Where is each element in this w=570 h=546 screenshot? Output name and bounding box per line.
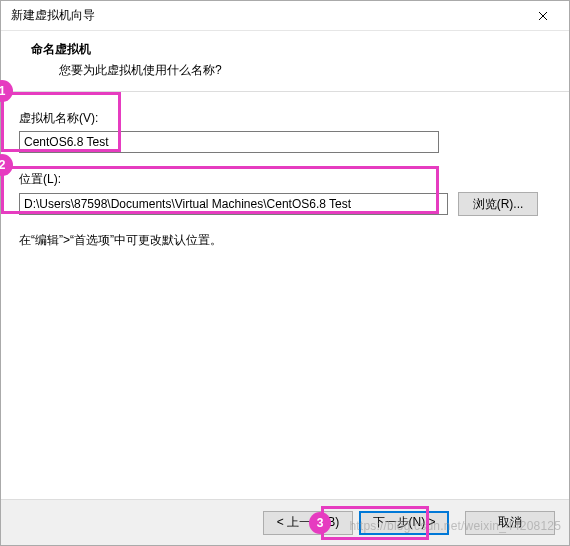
location-hint: 在“编辑”>“首选项”中可更改默认位置。 [19, 232, 551, 249]
location-row: 浏览(R)... [19, 192, 551, 216]
vm-name-block: 虚拟机名称(V): [19, 110, 551, 153]
vm-location-block: 位置(L): 浏览(R)... [19, 171, 551, 216]
close-icon [538, 11, 548, 21]
back-button[interactable]: < 上一步(B) [263, 511, 353, 535]
wizard-content: 1 虚拟机名称(V): 2 位置(L): 浏览(R)... 在“编辑”>“首选项… [1, 92, 569, 499]
annotation-badge-2: 2 [0, 154, 13, 176]
vm-location-input[interactable] [19, 193, 448, 215]
vm-name-input[interactable] [19, 131, 439, 153]
annotation-badge-3: 3 [309, 512, 331, 534]
vm-name-label: 虚拟机名称(V): [19, 110, 551, 127]
titlebar: 新建虚拟机向导 [1, 1, 569, 31]
window-title: 新建虚拟机向导 [11, 7, 95, 24]
page-subtitle: 您要为此虚拟机使用什么名称? [31, 62, 549, 79]
wizard-window: 新建虚拟机向导 命名虚拟机 您要为此虚拟机使用什么名称? 1 虚拟机名称(V):… [0, 0, 570, 546]
cancel-button[interactable]: 取消 [465, 511, 555, 535]
browse-button[interactable]: 浏览(R)... [458, 192, 538, 216]
page-title: 命名虚拟机 [31, 41, 549, 58]
next-button[interactable]: 下一步(N) > [359, 511, 449, 535]
vm-location-label: 位置(L): [19, 171, 551, 188]
wizard-footer: 3 < 上一步(B) 下一步(N) > 取消 https://blog.csdn… [1, 499, 569, 545]
wizard-header: 命名虚拟机 您要为此虚拟机使用什么名称? [1, 31, 569, 91]
close-button[interactable] [521, 2, 565, 30]
